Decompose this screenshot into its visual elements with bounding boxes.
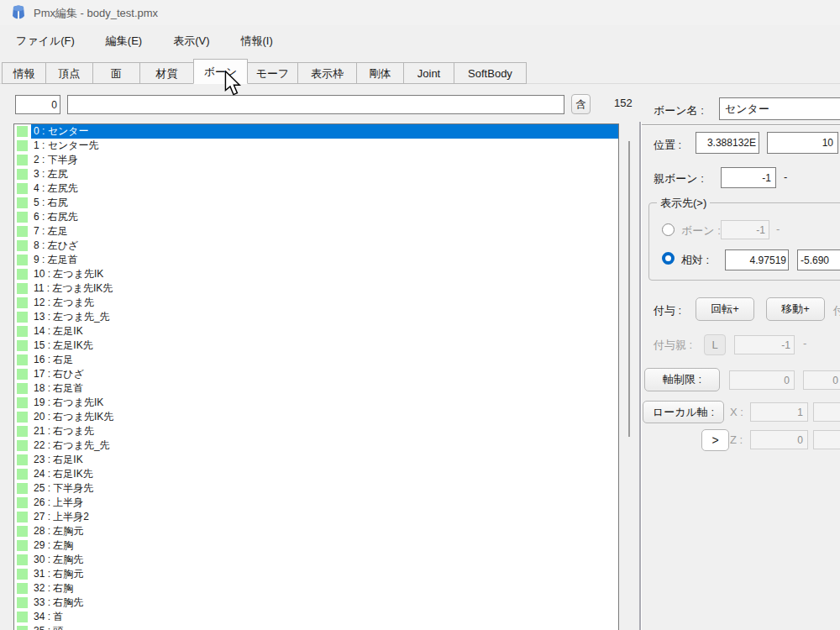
display-bone-radio-label: ボーン : bbox=[681, 223, 721, 239]
bone-color-chip bbox=[17, 340, 28, 351]
bone-color-chip bbox=[17, 297, 28, 308]
bone-list-item[interactable]: 12 : 左つま先 bbox=[14, 296, 618, 310]
bone-color-chip bbox=[17, 283, 28, 294]
bone-list-item-label: 12 : 左つま先 bbox=[31, 296, 618, 310]
expand-button[interactable]: > bbox=[701, 429, 729, 451]
bone-list-item-label: 7 : 左足 bbox=[31, 224, 618, 239]
tab-表示枠[interactable]: 表示枠 bbox=[298, 62, 357, 84]
bone-list-item-label: 6 : 右尻先 bbox=[31, 210, 618, 224]
position-x-input[interactable]: 3.388132E bbox=[696, 132, 759, 154]
menu-item[interactable]: 情報(I) bbox=[230, 29, 284, 54]
bone-list-item-label: 3 : 左尻 bbox=[31, 167, 618, 181]
bone-list-item-label: 26 : 上半身 bbox=[31, 496, 618, 510]
bone-list-scrollbar[interactable] bbox=[628, 141, 630, 437]
tab-Joint[interactable]: Joint bbox=[404, 62, 454, 84]
bone-list-item[interactable]: 32 : 右胸 bbox=[14, 581, 618, 596]
bone-color-chip bbox=[17, 197, 28, 208]
bone-list-item[interactable]: 8 : 左ひざ bbox=[14, 239, 618, 253]
bone-list-item-label: 32 : 右胸 bbox=[31, 581, 618, 596]
bone-list-item[interactable]: 0 : センター bbox=[14, 124, 618, 139]
bone-list-item[interactable]: 33 : 右胸先 bbox=[14, 596, 618, 610]
bone-list[interactable]: 0 : センター1 : センター先2 : 下半身3 : 左尻4 : 左尻先5 :… bbox=[13, 123, 619, 630]
bone-list-item[interactable]: 16 : 右足 bbox=[14, 353, 618, 367]
bone-list-item-label: 13 : 左つま先_先 bbox=[31, 310, 618, 324]
bone-list-item[interactable]: 1 : センター先 bbox=[14, 139, 618, 153]
bone-list-item[interactable]: 35 : 頭 bbox=[14, 624, 618, 630]
bone-list-item[interactable]: 7 : 左足 bbox=[14, 224, 618, 239]
grant-parent-input: -1 bbox=[734, 335, 795, 354]
bone-color-chip bbox=[17, 512, 28, 522]
tab-面[interactable]: 面 bbox=[93, 62, 140, 84]
bone-color-chip bbox=[17, 226, 28, 237]
local-axis-z-input: 0 bbox=[750, 430, 808, 449]
bone-color-chip bbox=[17, 383, 28, 394]
menu-item[interactable]: ファイル(F) bbox=[5, 29, 86, 54]
tab-モーフ[interactable]: モーフ bbox=[248, 62, 298, 84]
position-y-input[interactable]: 10 bbox=[767, 132, 838, 154]
bone-list-item[interactable]: 6 : 右尻先 bbox=[14, 210, 618, 224]
bone-list-item[interactable]: 21 : 右つま先 bbox=[14, 424, 618, 438]
bone-list-item[interactable]: 34 : 首 bbox=[14, 610, 618, 624]
local-axis-x-input: 1 bbox=[750, 402, 808, 422]
bone-list-item[interactable]: 11 : 左つま先IK先 bbox=[14, 281, 618, 296]
bone-list-item[interactable]: 22 : 右つま先_先 bbox=[14, 438, 618, 453]
bone-list-item[interactable]: 27 : 上半身2 bbox=[14, 510, 618, 524]
local-axis-button[interactable]: ローカル軸 : bbox=[643, 401, 724, 423]
bone-color-chip bbox=[17, 440, 28, 451]
separator-line bbox=[642, 124, 840, 126]
axis-limit-button[interactable]: 軸制限 : bbox=[644, 368, 720, 391]
bone-list-item[interactable]: 25 : 下半身先 bbox=[14, 481, 618, 496]
bone-list-item[interactable]: 10 : 左つま先IK bbox=[14, 267, 618, 281]
bone-list-item[interactable]: 31 : 右胸元 bbox=[14, 567, 618, 581]
contains-filter-button[interactable]: 含 bbox=[571, 94, 591, 114]
bone-list-item[interactable]: 14 : 左足IK bbox=[14, 324, 618, 339]
tab-情報[interactable]: 情報 bbox=[2, 62, 46, 84]
bone-color-chip bbox=[17, 140, 28, 151]
bone-list-item-label: 8 : 左ひざ bbox=[31, 239, 618, 253]
bone-list-item[interactable]: 28 : 左胸元 bbox=[14, 524, 618, 538]
bone-name-input[interactable]: センター bbox=[719, 97, 840, 120]
bone-list-item[interactable]: 3 : 左尻 bbox=[14, 167, 618, 181]
tab-SoftBody[interactable]: SoftBody bbox=[454, 62, 527, 84]
bone-list-item-label: 33 : 右胸先 bbox=[31, 596, 618, 610]
relative-y-input[interactable]: -5.690 bbox=[797, 249, 840, 270]
bone-list-item[interactable]: 15 : 左足IK先 bbox=[14, 339, 618, 353]
bone-list-item[interactable]: 2 : 下半身 bbox=[14, 153, 618, 167]
bone-list-item[interactable]: 29 : 左胸 bbox=[14, 538, 618, 553]
bone-index-input[interactable]: 0 bbox=[15, 95, 60, 114]
bone-list-item[interactable]: 17 : 右ひざ bbox=[14, 367, 618, 381]
bone-search-input[interactable] bbox=[67, 95, 564, 114]
bone-list-item[interactable]: 5 : 右尻 bbox=[14, 196, 618, 210]
bone-list-item-label: 34 : 首 bbox=[31, 610, 618, 624]
grant-rotate-button[interactable]: 回転+ bbox=[696, 297, 754, 321]
display-relative-radio-label: 相対 : bbox=[681, 253, 709, 268]
bone-list-item[interactable]: 26 : 上半身 bbox=[14, 496, 618, 510]
bone-color-chip bbox=[17, 597, 28, 608]
panel-divider[interactable] bbox=[639, 122, 642, 630]
tab-頂点[interactable]: 頂点 bbox=[46, 62, 93, 84]
bone-color-chip bbox=[17, 540, 28, 551]
bone-list-item[interactable]: 4 : 左尻先 bbox=[14, 181, 618, 196]
parent-bone-input[interactable]: -1 bbox=[721, 167, 776, 188]
bone-list-item[interactable]: 20 : 右つま先IK先 bbox=[14, 410, 618, 424]
menu-bar: ファイル(F)編集(E)表示(V)情報(I) bbox=[5, 29, 293, 54]
bone-list-item[interactable]: 30 : 左胸先 bbox=[14, 553, 618, 567]
menu-item[interactable]: 編集(E) bbox=[95, 29, 153, 54]
display-relative-radio[interactable] bbox=[662, 252, 675, 265]
bone-list-item[interactable]: 18 : 右足首 bbox=[14, 381, 618, 396]
menu-item[interactable]: 表示(V) bbox=[162, 29, 220, 54]
position-label: 位置 : bbox=[654, 138, 681, 153]
relative-x-input[interactable]: 4.97519 bbox=[725, 249, 789, 270]
display-bone-radio[interactable] bbox=[662, 223, 675, 236]
bone-list-item[interactable]: 13 : 左つま先_先 bbox=[14, 310, 618, 324]
bone-list-item-label: 20 : 右つま先IK先 bbox=[31, 410, 618, 424]
tab-bar: 情報頂点面材質ボーンモーフ表示枠剛体JointSoftBody bbox=[2, 59, 527, 84]
bone-list-item[interactable]: 24 : 右足IK先 bbox=[14, 467, 618, 481]
grant-move-button[interactable]: 移動+ bbox=[766, 297, 825, 321]
tab-剛体[interactable]: 剛体 bbox=[357, 62, 404, 84]
tab-材質[interactable]: 材質 bbox=[140, 62, 194, 84]
bone-list-item[interactable]: 19 : 右つま先IK bbox=[14, 396, 618, 410]
bone-color-chip bbox=[17, 454, 28, 465]
bone-list-item[interactable]: 9 : 左足首 bbox=[14, 253, 618, 267]
bone-list-item[interactable]: 23 : 右足IK bbox=[14, 453, 618, 467]
